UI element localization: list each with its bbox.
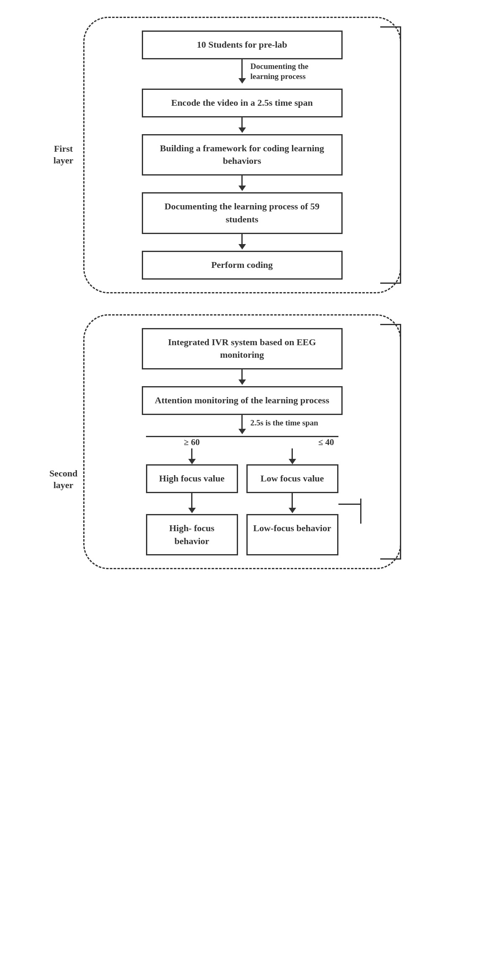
box-ivr-system: Integrated IVR system based on EEG monit… xyxy=(142,328,343,370)
second-right-bracket xyxy=(400,324,401,560)
second-layer-label: Second layer xyxy=(47,468,80,491)
threshold-low-label: ≤ 40 xyxy=(246,437,338,448)
box-perform-coding: Perform coding xyxy=(142,251,343,280)
branch-section: ≥ 60 ≤ 40 High focus value xyxy=(142,436,343,555)
box-students-prelab: 10 Students for pre-lab xyxy=(142,31,343,59)
right-bracket-bottom xyxy=(380,283,401,284)
right-bracket-line xyxy=(400,26,401,284)
documenting-label: Documenting thelearning process xyxy=(251,61,309,82)
focus-arrows xyxy=(142,493,343,514)
box-framework: Building a framework for coding learning… xyxy=(142,134,343,176)
arrow-ivr xyxy=(101,369,383,386)
box-low-focus-behavior: Low-focus behavior xyxy=(246,514,338,556)
behavior-row: High- focus behavior Low-focus behavior xyxy=(142,514,343,556)
first-layer-container: First layer 10 Students for pre-lab Docu… xyxy=(83,17,401,293)
threshold-high-label: ≥ 60 xyxy=(184,437,200,448)
arrow-3 xyxy=(101,176,383,192)
second-right-bracket-top xyxy=(380,324,401,325)
high-focus-branch: ≥ 60 xyxy=(146,437,238,464)
focus-value-row: High focus value Low focus value xyxy=(142,464,343,493)
right-bracket-top xyxy=(380,26,401,28)
low-focus-branch: ≤ 40 xyxy=(246,437,338,464)
second-right-bracket-bottom xyxy=(380,558,401,560)
arrow-4 xyxy=(101,234,383,251)
gap xyxy=(83,306,401,314)
box-attention-monitoring: Attention monitoring of the learning pro… xyxy=(142,386,343,415)
box-encode-video: Encode the video in a 2.5s time span xyxy=(142,89,343,117)
diagram-wrapper: First layer 10 Students for pre-lab Docu… xyxy=(79,8,405,590)
arrow-2 xyxy=(101,117,383,134)
box-low-focus-value: Low focus value xyxy=(246,464,338,493)
box-high-focus-behavior: High- focus behavior xyxy=(146,514,238,556)
box-high-focus-value: High focus value xyxy=(146,464,238,493)
box-59-students: Documenting the learning process of 59 s… xyxy=(142,192,343,234)
time-span-label: 2.5s is the time span xyxy=(251,418,318,428)
second-layer-container: Second layer Integrated IVR system based… xyxy=(83,314,401,570)
first-layer-label: First layer xyxy=(47,143,80,167)
